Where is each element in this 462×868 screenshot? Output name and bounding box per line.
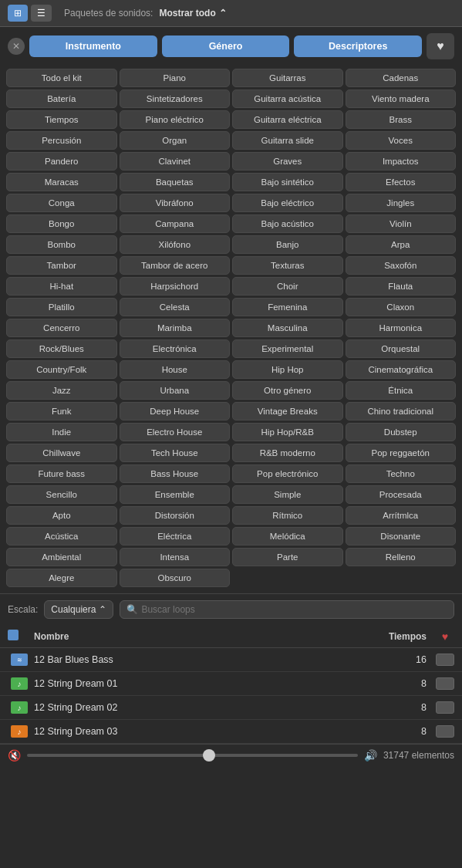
grid-item[interactable]: Rock/Blues xyxy=(6,339,117,358)
grid-item[interactable]: Campana xyxy=(120,214,231,233)
grid-item[interactable]: Guitarras xyxy=(232,69,343,87)
grid-item[interactable]: Chino tradicional xyxy=(346,402,457,420)
grid-item[interactable]: Orquestal xyxy=(346,339,457,358)
grid-item[interactable]: Pandero xyxy=(6,152,117,171)
grid-item[interactable]: Piano eléctrico xyxy=(120,110,231,129)
grid-item[interactable]: Tambor de acero xyxy=(120,256,231,275)
grid-item[interactable]: Acústica xyxy=(6,527,117,545)
grid-item[interactable]: Harpsichord xyxy=(120,277,231,296)
grid-item[interactable]: Baquetas xyxy=(120,173,231,191)
grid-item[interactable]: Flauta xyxy=(346,277,457,296)
grid-item[interactable]: Hip Hop xyxy=(232,360,343,379)
search-input[interactable] xyxy=(141,604,447,615)
list-item-checkbox[interactable] xyxy=(436,677,454,690)
grid-item[interactable]: Sencillo xyxy=(6,485,117,504)
grid-item[interactable]: Bombo xyxy=(6,235,117,254)
grid-item[interactable]: Jazz xyxy=(6,381,117,400)
grid-item[interactable]: Banjo xyxy=(232,235,343,254)
grid-item[interactable]: Tambor xyxy=(6,256,117,275)
grid-item[interactable]: Piano xyxy=(120,69,231,87)
grid-item[interactable]: Obscuro xyxy=(120,569,231,587)
grid-item[interactable]: Indie xyxy=(6,423,117,441)
grid-item[interactable]: Procesada xyxy=(346,485,457,504)
grid-item[interactable]: Rítmico xyxy=(232,506,343,525)
grid-item[interactable]: Graves xyxy=(232,152,343,171)
volume-slider[interactable] xyxy=(27,754,358,757)
grid-item[interactable]: Pop electrónico xyxy=(232,464,343,483)
mostrar-todo-select[interactable]: Mostrar todo ⌃ xyxy=(159,8,226,19)
grid-item[interactable]: Intensa xyxy=(120,548,231,566)
grid-item[interactable]: Viento madera xyxy=(346,90,457,108)
grid-item[interactable]: Jingles xyxy=(346,194,457,212)
grid-item[interactable]: Apto xyxy=(6,506,117,525)
grid-item[interactable]: Funk xyxy=(6,402,117,420)
tab-descriptores[interactable]: Descriptores xyxy=(294,35,422,57)
list-item-checkbox[interactable] xyxy=(436,701,454,714)
grid-item[interactable]: Hip Hop/R&B xyxy=(232,423,343,441)
grid-item[interactable]: Cadenas xyxy=(346,69,457,87)
grid-item[interactable]: Distorsión xyxy=(120,506,231,525)
list-item[interactable]: ♪12 String Dream 028 xyxy=(0,696,462,720)
grid-item[interactable]: Simple xyxy=(232,485,343,504)
grid-item[interactable]: Guitarra eléctrica xyxy=(232,110,343,129)
grid-item[interactable]: Cencerro xyxy=(6,319,117,337)
grid-item[interactable]: Hi-hat xyxy=(6,277,117,296)
grid-item[interactable]: Bajo acústico xyxy=(232,214,343,233)
grid-item[interactable]: Bongo xyxy=(6,214,117,233)
grid-item[interactable]: Dubstep xyxy=(346,423,457,441)
grid-item[interactable]: Pop reggaetón xyxy=(346,444,457,462)
grid-item[interactable]: Alegre xyxy=(6,569,117,587)
grid-item[interactable]: Guitarra acústica xyxy=(232,90,343,108)
grid-item[interactable]: Impactos xyxy=(346,152,457,171)
grid-item[interactable]: Todo el kit xyxy=(6,69,117,87)
grid-item[interactable]: Vintage Breaks xyxy=(232,402,343,420)
grid-item[interactable]: Voces xyxy=(346,131,457,150)
search-bar[interactable]: 🔍 xyxy=(120,600,454,619)
tab-genero[interactable]: Género xyxy=(162,35,290,57)
grid-item[interactable]: Marimba xyxy=(120,319,231,337)
volume-thumb[interactable] xyxy=(203,749,215,762)
grid-item[interactable]: Percusión xyxy=(6,131,117,150)
grid-item[interactable]: Guitarra slide xyxy=(232,131,343,150)
grid-item[interactable]: Relleno xyxy=(346,548,457,566)
grid-item[interactable]: Tech House xyxy=(120,444,231,462)
favorites-button[interactable]: ♥ xyxy=(427,33,454,59)
grid-item[interactable]: Étnica xyxy=(346,381,457,400)
grid-item[interactable]: Parte xyxy=(232,548,343,566)
grid-item[interactable]: Organ xyxy=(120,131,231,150)
grid-view-button[interactable]: ⊞ xyxy=(8,5,28,22)
grid-item[interactable]: Future bass xyxy=(6,464,117,483)
grid-item[interactable]: Electro House xyxy=(120,423,231,441)
grid-item[interactable]: Bajo sintético xyxy=(232,173,343,191)
grid-item[interactable]: Deep House xyxy=(120,402,231,420)
grid-item[interactable]: Bajo eléctrico xyxy=(232,194,343,212)
grid-item[interactable]: Ambiental xyxy=(6,548,117,566)
grid-item[interactable]: Masculina xyxy=(232,319,343,337)
grid-item[interactable]: Conga xyxy=(6,194,117,212)
grid-item[interactable]: Tiempos xyxy=(6,110,117,129)
list-item-checkbox[interactable] xyxy=(436,654,454,666)
grid-item[interactable]: Arrítmlca xyxy=(346,506,457,525)
close-button[interactable]: ✕ xyxy=(8,38,25,55)
list-item[interactable]: ≋12 Bar Blues Bass16 xyxy=(0,648,462,672)
grid-item[interactable]: Techno xyxy=(346,464,457,483)
grid-item[interactable]: Saxofón xyxy=(346,256,457,275)
grid-item[interactable]: House xyxy=(120,360,231,379)
list-view-button[interactable]: ☰ xyxy=(31,5,52,22)
grid-item[interactable]: Choir xyxy=(232,277,343,296)
grid-item[interactable]: Efectos xyxy=(346,173,457,191)
grid-item[interactable]: Bass House xyxy=(120,464,231,483)
grid-item[interactable]: Electrónica xyxy=(120,339,231,358)
tab-instrumento[interactable]: Instrumento xyxy=(29,35,157,57)
list-tiempos-header[interactable]: Tiempos xyxy=(371,631,433,642)
grid-item[interactable]: Sintetizadores xyxy=(120,90,231,108)
grid-item[interactable]: Melódica xyxy=(232,527,343,545)
grid-item[interactable]: Xilófono xyxy=(120,235,231,254)
list-item[interactable]: ♪12 String Dream 018 xyxy=(0,672,462,696)
grid-item[interactable]: Urbana xyxy=(120,381,231,400)
grid-item[interactable]: Batería xyxy=(6,90,117,108)
grid-item[interactable]: Violín xyxy=(346,214,457,233)
grid-item[interactable]: Clavinet xyxy=(120,152,231,171)
grid-item[interactable]: Experimental xyxy=(232,339,343,358)
grid-item[interactable]: R&B moderno xyxy=(232,444,343,462)
